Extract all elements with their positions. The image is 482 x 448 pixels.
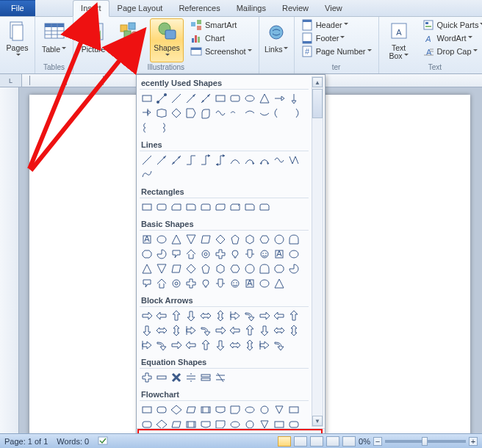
- shape-item[interactable]: [198, 308, 213, 323]
- shape-item[interactable]: [242, 338, 257, 353]
- shape-item[interactable]: [154, 370, 169, 385]
- shape-item[interactable]: [184, 91, 198, 106]
- shape-item[interactable]: [154, 323, 169, 338]
- shape-item[interactable]: [184, 232, 198, 247]
- shape-item[interactable]: [228, 91, 242, 106]
- shape-item[interactable]: [272, 338, 287, 353]
- picture-button[interactable]: Picture: [76, 18, 110, 62]
- pages-button[interactable]: Pages: [3, 18, 32, 62]
- shape-item[interactable]: [287, 323, 301, 338]
- shape-item[interactable]: [169, 232, 184, 247]
- shape-item[interactable]: [198, 338, 213, 353]
- shape-item[interactable]: [184, 308, 198, 323]
- shape-item[interactable]: [272, 417, 287, 428]
- shape-item[interactable]: [154, 232, 169, 247]
- footer-button[interactable]: Footer: [298, 32, 375, 45]
- shape-item[interactable]: [228, 323, 242, 338]
- shape-item[interactable]: [272, 153, 287, 167]
- shape-item[interactable]: [257, 91, 272, 106]
- shape-item[interactable]: [154, 91, 169, 106]
- shape-item[interactable]: [257, 417, 272, 428]
- shape-item[interactable]: [272, 261, 287, 276]
- tab-references[interactable]: References: [170, 0, 228, 16]
- header-button[interactable]: Header: [298, 18, 375, 32]
- shape-item[interactable]: [257, 200, 272, 214]
- shape-item[interactable]: [228, 200, 242, 214]
- shape-item[interactable]: [257, 247, 272, 261]
- shape-item[interactable]: [242, 261, 257, 276]
- shape-item[interactable]: [257, 308, 272, 323]
- shape-item[interactable]: [140, 338, 154, 353]
- shape-item[interactable]: [198, 417, 213, 428]
- zoom-slider-thumb[interactable]: [422, 437, 428, 446]
- shape-item[interactable]: [213, 308, 228, 323]
- shape-item[interactable]: [198, 402, 213, 417]
- screenshot-button[interactable]: Screenshot: [187, 45, 256, 58]
- shape-item[interactable]: [140, 308, 154, 323]
- tab-file[interactable]: File: [0, 0, 35, 16]
- shape-item[interactable]: [287, 261, 301, 276]
- shape-item[interactable]: A: [140, 232, 154, 247]
- tab-review[interactable]: Review: [274, 0, 317, 16]
- shape-item[interactable]: [169, 323, 184, 338]
- shape-item[interactable]: [228, 261, 242, 276]
- shape-item[interactable]: [287, 106, 301, 120]
- shape-item[interactable]: [287, 402, 301, 417]
- shape-item[interactable]: [184, 338, 198, 353]
- shape-item[interactable]: [169, 276, 184, 291]
- shape-item[interactable]: [228, 247, 242, 261]
- shape-item[interactable]: [184, 200, 198, 214]
- shape-item[interactable]: A: [272, 247, 287, 261]
- shape-item[interactable]: [169, 402, 184, 417]
- shape-item[interactable]: [184, 417, 198, 428]
- shape-item[interactable]: [169, 153, 184, 167]
- dropcap-button[interactable]: ADrop Cap: [419, 45, 482, 58]
- status-words[interactable]: Words: 0: [57, 437, 89, 446]
- shape-item[interactable]: [184, 370, 198, 385]
- shape-item[interactable]: [169, 370, 184, 385]
- shape-item[interactable]: [154, 402, 169, 417]
- shape-item[interactable]: [169, 247, 184, 261]
- shape-item[interactable]: [287, 153, 301, 167]
- view-draft[interactable]: [342, 436, 356, 447]
- shape-item[interactable]: [213, 323, 228, 338]
- shape-item[interactable]: [140, 153, 154, 167]
- scroll-thumb[interactable]: [312, 89, 323, 118]
- shape-item[interactable]: [242, 323, 257, 338]
- shape-item[interactable]: [228, 106, 242, 120]
- status-proofing-icon[interactable]: [98, 436, 108, 447]
- shape-item[interactable]: [242, 232, 257, 247]
- shape-item[interactable]: [242, 153, 257, 167]
- shape-item[interactable]: [154, 308, 169, 323]
- table-button[interactable]: Table: [38, 18, 70, 62]
- tab-selector[interactable]: L: [0, 74, 22, 87]
- shape-item[interactable]: [140, 402, 154, 417]
- shape-item[interactable]: [213, 338, 228, 353]
- shape-item[interactable]: [213, 247, 228, 261]
- shape-item[interactable]: [169, 106, 184, 120]
- zoom-in-button[interactable]: +: [469, 437, 478, 446]
- shape-item[interactable]: [257, 106, 272, 120]
- tab-mailings[interactable]: Mailings: [229, 0, 274, 16]
- zoom-percent[interactable]: 0%: [359, 437, 370, 446]
- shapes-button[interactable]: Shapes: [150, 18, 184, 62]
- shape-item[interactable]: [228, 338, 242, 353]
- textbox-button[interactable]: A Text Box: [382, 18, 416, 62]
- shape-item[interactable]: [154, 120, 169, 135]
- shape-item[interactable]: [140, 261, 154, 276]
- view-full-screen[interactable]: [294, 436, 307, 447]
- shape-item[interactable]: [242, 200, 257, 214]
- shape-item[interactable]: [242, 417, 257, 428]
- shape-item[interactable]: [154, 106, 169, 120]
- shape-item[interactable]: [272, 323, 287, 338]
- zoom-slider[interactable]: [385, 440, 466, 443]
- zoom-out-button[interactable]: −: [373, 437, 382, 446]
- shape-item[interactable]: [242, 308, 257, 323]
- shape-item[interactable]: [228, 276, 242, 291]
- shape-item[interactable]: [140, 200, 154, 214]
- popup-scrollbar[interactable]: ▲ ▼: [312, 76, 323, 427]
- shape-item[interactable]: [154, 338, 169, 353]
- shape-item[interactable]: [287, 91, 301, 106]
- shape-item[interactable]: [198, 370, 213, 385]
- smartart-button[interactable]: SmartArt: [187, 18, 256, 32]
